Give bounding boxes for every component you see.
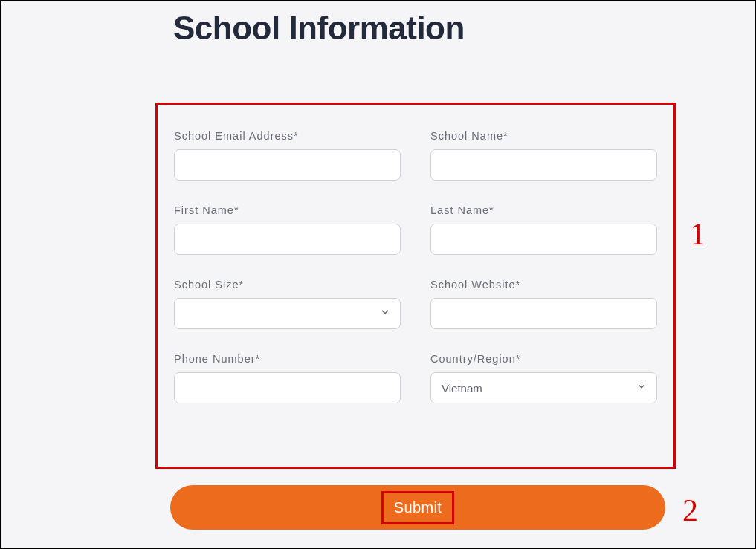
- select-country-region[interactable]: Vietnam: [430, 372, 657, 403]
- label-phone-number: Phone Number*: [174, 353, 401, 365]
- field-phone-number: Phone Number*: [174, 353, 401, 403]
- field-school-size: School Size*: [174, 279, 401, 329]
- input-school-email[interactable]: [174, 149, 401, 181]
- form-row-1: School Email Address* School Name*: [174, 130, 657, 181]
- submit-button[interactable]: Submit: [170, 485, 665, 530]
- field-school-email: School Email Address*: [174, 130, 401, 181]
- annotation-marker-1: 1: [690, 216, 705, 252]
- select-school-size[interactable]: [174, 298, 401, 329]
- select-wrap-school-size: [174, 298, 401, 329]
- field-school-name: School Name*: [430, 130, 657, 181]
- select-wrap-country-region: Vietnam: [430, 372, 657, 403]
- form-row-2: First Name* Last Name*: [174, 204, 657, 255]
- form-row-3: School Size* School Website*: [174, 279, 657, 329]
- page-title: School Information: [173, 10, 465, 47]
- input-first-name[interactable]: [174, 224, 401, 255]
- label-school-size: School Size*: [174, 279, 401, 290]
- field-country-region: Country/Region* Vietnam: [430, 353, 657, 403]
- form-row-4: Phone Number* Country/Region* Vietnam: [174, 353, 657, 403]
- label-country-region: Country/Region*: [430, 353, 657, 365]
- field-last-name: Last Name*: [430, 204, 657, 255]
- page-container: School Information School Email Address*…: [0, 0, 756, 549]
- field-school-website: School Website*: [430, 279, 657, 329]
- input-school-name[interactable]: [430, 149, 657, 181]
- label-school-name: School Name*: [430, 130, 657, 142]
- input-school-website[interactable]: [430, 298, 657, 329]
- input-last-name[interactable]: [430, 224, 657, 255]
- annotation-marker-2: 2: [682, 493, 698, 528]
- label-last-name: Last Name*: [430, 204, 657, 216]
- school-information-form: School Email Address* School Name* First…: [155, 103, 676, 469]
- submit-button-label: Submit: [381, 491, 455, 524]
- label-first-name: First Name*: [174, 204, 401, 216]
- input-phone-number[interactable]: [174, 372, 401, 403]
- field-first-name: First Name*: [174, 204, 401, 255]
- label-school-email: School Email Address*: [174, 130, 401, 142]
- label-school-website: School Website*: [430, 279, 657, 290]
